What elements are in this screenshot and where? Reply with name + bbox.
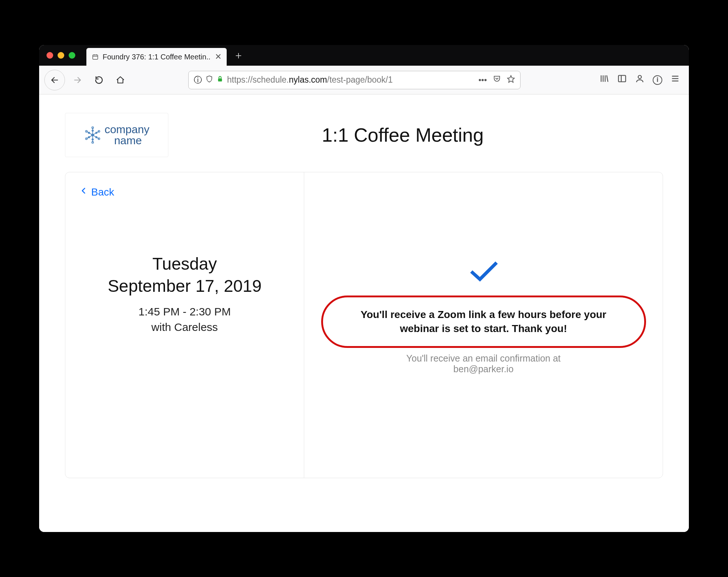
reload-button[interactable] — [90, 71, 108, 89]
page-content: company name 1:1 Coffee Meeting Back Tue… — [39, 94, 689, 532]
toolbar-right: i — [600, 74, 684, 86]
library-icon[interactable] — [600, 74, 609, 86]
svg-rect-0 — [93, 55, 98, 59]
email-confirmation-line: You'll receive an email confirmation at … — [406, 353, 561, 374]
tab-bar: Foundry 376: 1:1 Coffee Meetin.. ✕ ＋ — [39, 45, 689, 66]
browser-toolbar: ⓘ https://schedule.nylas.com/test-page/b… — [39, 66, 689, 94]
sidebar-icon[interactable] — [617, 74, 627, 86]
back-link[interactable]: Back — [80, 186, 289, 198]
highlight-oval: You'll receive a Zoom link a few hours b… — [321, 296, 646, 348]
account-icon[interactable] — [635, 74, 645, 86]
event-details-panel: Back Tuesday September 17, 2019 1:45 PM … — [65, 172, 304, 478]
svg-marker-7 — [508, 75, 514, 82]
company-logo: company name — [65, 113, 168, 157]
annotation-callout: You'll receive a Zoom link a few hours b… — [321, 296, 646, 348]
event-host: with Careless — [80, 321, 289, 334]
confirmation-message: You'll receive a Zoom link a few hours b… — [345, 308, 622, 336]
tracking-shield-icon[interactable] — [206, 75, 213, 85]
forward-button[interactable] — [69, 71, 86, 89]
event-date: September 17, 2019 — [80, 276, 289, 296]
url-text: https://schedule.nylas.com/test-page/boo… — [227, 75, 393, 85]
site-info-icon[interactable]: ⓘ — [194, 75, 202, 86]
new-tab-button[interactable]: ＋ — [231, 48, 246, 63]
minimize-window-button[interactable] — [58, 52, 64, 59]
snowflake-logo-icon — [84, 126, 102, 144]
back-button[interactable] — [44, 70, 65, 90]
extension-info-icon[interactable]: i — [653, 75, 662, 85]
event-time-range: 1:45 PM - 2:30 PM — [80, 305, 289, 318]
confirmation-email: ben@parker.io — [453, 364, 514, 374]
page-actions-icon[interactable]: ••• — [478, 75, 487, 85]
urlbar-actions: ••• — [478, 75, 515, 85]
calendar-favicon-icon — [92, 53, 99, 61]
menu-icon[interactable] — [670, 74, 680, 86]
lock-icon — [217, 75, 223, 85]
home-button[interactable] — [111, 71, 129, 89]
tab-close-icon[interactable]: ✕ — [215, 52, 222, 62]
event-weekday: Tuesday — [80, 254, 289, 274]
tab-title: Foundry 376: 1:1 Coffee Meetin.. — [103, 53, 210, 61]
browser-tab[interactable]: Foundry 376: 1:1 Coffee Meetin.. ✕ — [86, 48, 227, 66]
chevron-left-icon — [80, 186, 87, 198]
event-date-block: Tuesday September 17, 2019 1:45 PM - 2:3… — [80, 254, 289, 334]
bookmark-star-icon[interactable] — [507, 75, 515, 85]
logo-text: company name — [104, 124, 150, 146]
browser-window: Foundry 376: 1:1 Coffee Meetin.. ✕ ＋ ⓘ — [39, 45, 689, 532]
svg-rect-6 — [218, 78, 222, 81]
page-title: 1:1 Coffee Meeting — [179, 124, 626, 146]
checkmark-icon — [469, 261, 498, 284]
svg-rect-12 — [618, 75, 626, 82]
svg-line-11 — [607, 75, 608, 82]
window-controls — [47, 52, 75, 59]
address-bar[interactable]: ⓘ https://schedule.nylas.com/test-page/b… — [188, 71, 521, 89]
maximize-window-button[interactable] — [69, 52, 75, 59]
back-label: Back — [91, 186, 114, 198]
pocket-icon[interactable] — [493, 75, 501, 85]
booking-card: Back Tuesday September 17, 2019 1:45 PM … — [65, 172, 663, 478]
close-window-button[interactable] — [47, 52, 53, 59]
page-header: company name 1:1 Coffee Meeting — [65, 113, 663, 157]
confirmation-panel: You'll receive a Zoom link a few hours b… — [304, 172, 663, 478]
svg-point-14 — [638, 75, 642, 79]
